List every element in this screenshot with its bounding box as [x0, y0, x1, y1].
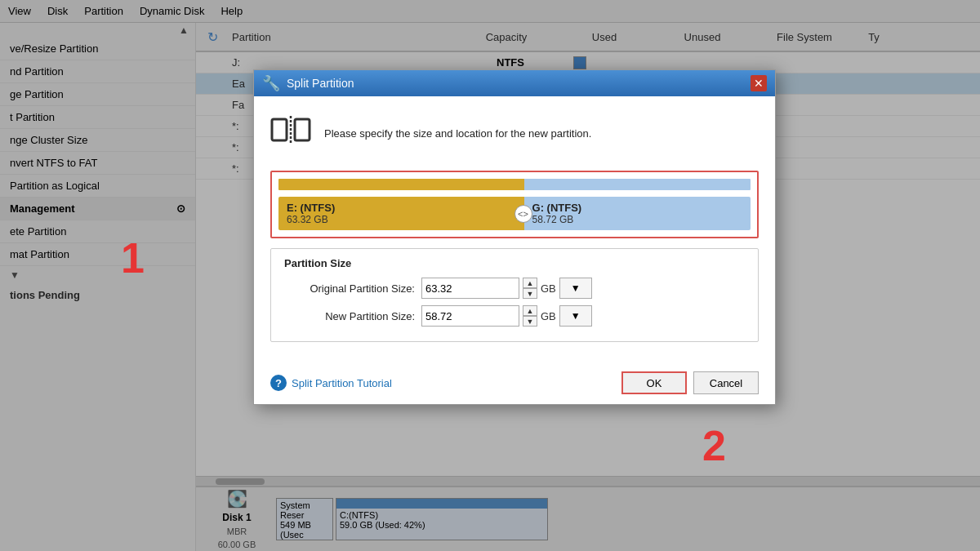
original-size-down[interactable]: ▼ — [523, 288, 537, 299]
new-size-label: New Partition Size: — [284, 310, 415, 322]
new-size-unit: GB — [541, 310, 556, 322]
new-size-input[interactable] — [421, 305, 519, 327]
dialog-title-icon: 🔧 — [262, 74, 280, 92]
dialog-titlebar: 🔧 Split Partition ✕ — [254, 70, 775, 96]
partition-left-label: E: (NTFS) 63.32 GB — [278, 197, 524, 230]
original-size-row: Original Partition Size: ▲ ▼ GB ▼ — [284, 278, 745, 299]
dialog-footer: ? Split Partition Tutorial OK Cancel — [254, 365, 775, 404]
tutorial-link[interactable]: ? Split Partition Tutorial — [270, 375, 392, 391]
step-2-label: 2 — [702, 424, 726, 467]
partition-right-name: G: (NTFS) — [532, 202, 742, 214]
new-size-unit-dropdown[interactable]: ▼ — [559, 305, 592, 327]
cancel-button[interactable]: Cancel — [693, 371, 759, 394]
dialog-title-area: 🔧 Split Partition — [262, 74, 354, 92]
new-size-up[interactable]: ▲ — [523, 305, 537, 316]
original-size-spinners: ▲ ▼ — [523, 278, 537, 299]
size-section-title: Partition Size — [284, 257, 745, 269]
partition-bar-left — [278, 179, 524, 190]
partition-visual: E: (NTFS) 63.32 GB <> G: (NTFS) 58.72 GB — [270, 171, 759, 238]
svg-rect-1 — [295, 119, 310, 140]
original-size-unit: GB — [541, 282, 556, 295]
dialog-title-text: Split Partition — [287, 77, 354, 90]
partition-drag-handle[interactable]: <> — [514, 205, 532, 223]
dialog-buttons: OK Cancel — [621, 371, 759, 394]
dialog-close-button[interactable]: ✕ — [751, 75, 767, 91]
partition-left-size: 63.32 GB — [287, 214, 516, 225]
help-icon: ? — [270, 375, 287, 391]
ok-button[interactable]: OK — [621, 371, 687, 394]
dialog-body: Please specify the size and location for… — [254, 96, 775, 365]
original-size-up[interactable]: ▲ — [523, 278, 537, 288]
original-size-label: Original Partition Size: — [284, 282, 415, 295]
new-size-row: New Partition Size: ▲ ▼ GB ▼ — [284, 305, 745, 327]
original-size-unit-dropdown[interactable]: ▼ — [559, 278, 592, 299]
dialog-intro-text: Please specify the size and location for… — [324, 127, 591, 140]
partition-bars — [278, 179, 751, 190]
step-1-label: 1 — [121, 237, 145, 279]
split-partition-dialog: 🔧 Split Partition ✕ Please specify the s… — [253, 69, 776, 405]
dialog-intro: Please specify the size and location for… — [270, 109, 759, 158]
partition-labels: E: (NTFS) 63.32 GB <> G: (NTFS) 58.72 GB — [278, 197, 751, 230]
new-size-spinners: ▲ ▼ — [523, 305, 537, 327]
partition-right-label[interactable]: <> G: (NTFS) 58.72 GB — [524, 197, 751, 230]
partition-left-name: E: (NTFS) — [287, 202, 516, 214]
original-size-input-wrap: ▲ ▼ GB ▼ — [421, 278, 592, 299]
split-partition-icon — [270, 109, 311, 158]
partition-right-size: 58.72 GB — [532, 214, 742, 225]
svg-rect-0 — [272, 119, 287, 140]
tutorial-label: Split Partition Tutorial — [292, 377, 392, 389]
new-size-input-wrap: ▲ ▼ GB ▼ — [421, 305, 592, 327]
size-section: Partition Size Original Partition Size: … — [270, 248, 759, 342]
new-size-down[interactable]: ▼ — [523, 316, 537, 327]
partition-bar-right — [524, 179, 751, 190]
original-size-input[interactable] — [421, 278, 519, 299]
